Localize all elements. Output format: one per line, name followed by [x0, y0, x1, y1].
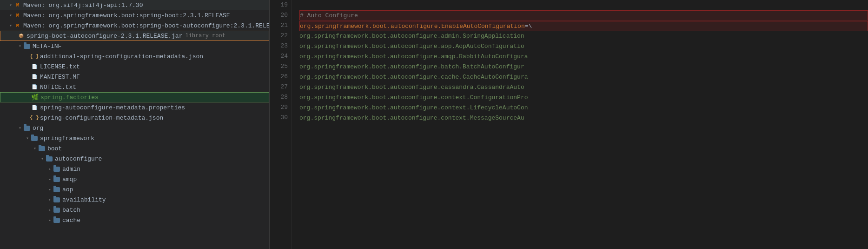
tree-item-jar-root[interactable]: 📦 spring-boot-autoconfigure-2.3.1.RELEAS…	[0, 31, 269, 41]
txt-file-icon: 📄	[31, 83, 38, 91]
code-line-19	[299, 0, 868, 10]
folder-icon	[23, 42, 31, 50]
tree-item-springframework[interactable]: springframework	[0, 133, 269, 143]
tree-item-spring-factories[interactable]: 🌿 spring.factories	[0, 92, 269, 102]
code-line-30: org.springframework.boot.autoconfigure.c…	[299, 113, 868, 123]
tree-item-autoconfigure[interactable]: autoconfigure	[0, 154, 269, 164]
line-num-20: 20	[270, 10, 292, 20]
tree-item-manifest[interactable]: 📄 MANIFEST.MF	[0, 72, 269, 82]
arrow-icon	[46, 166, 53, 172]
json-file-icon: { }	[31, 53, 38, 60]
tree-label: META-INF	[33, 43, 61, 50]
arrow-icon	[46, 186, 53, 193]
folder-icon	[53, 186, 60, 193]
tree-item-notice[interactable]: 📄 NOTICE.txt	[0, 82, 269, 92]
tree-item-amqp[interactable]: amqp	[0, 174, 269, 184]
folder-icon	[46, 155, 53, 162]
code-line-20: # Auto Configure	[299, 10, 868, 20]
tree-item-org[interactable]: org	[0, 123, 269, 133]
tree-item-additional-spring[interactable]: { } additional-spring-configuration-meta…	[0, 51, 269, 61]
code-value-24: org.springframework.boot.autoconfigure.a…	[299, 53, 528, 60]
tree-label: availability	[62, 196, 106, 203]
folder-icon	[23, 124, 31, 132]
arrow-icon	[39, 155, 46, 162]
tree-label: org	[33, 125, 43, 132]
tree-item-batch[interactable]: batch	[0, 205, 269, 215]
code-lines: # Auto Configure org.springframework.boo…	[292, 0, 868, 249]
folder-icon	[53, 175, 60, 183]
line-num-23: 23	[270, 41, 292, 51]
code-line-25: org.springframework.boot.autoconfigure.b…	[299, 62, 868, 72]
tree-item-maven-autoconfigure[interactable]: M Maven: org.springframework.boot:spring…	[0, 20, 269, 31]
tree-item-spring-autoconfigure-metadata[interactable]: 📄 spring-autoconfigure-metadata.properti…	[0, 102, 269, 113]
tree-label: admin	[62, 166, 80, 173]
enable-auto-config-key: org.springframework.boot.autoconfigure.E…	[300, 23, 525, 30]
arrow-icon	[46, 176, 53, 182]
code-value-29: org.springframework.boot.autoconfigure.c…	[299, 104, 528, 111]
comment-hash: #	[300, 12, 307, 19]
tree-item-cache[interactable]: cache	[0, 215, 269, 225]
line-num-21: 21	[270, 20, 292, 31]
tree-item-aop[interactable]: aop	[0, 184, 269, 195]
library-root-badge: library root	[185, 33, 225, 39]
folder-icon	[38, 145, 46, 152]
code-value-27: org.springframework.boot.autoconfigure.c…	[299, 84, 524, 91]
code-line-23: org.springframework.boot.autoconfigure.a…	[299, 41, 868, 52]
tree-label: boot	[47, 145, 62, 152]
code-value-28: org.springframework.boot.autoconfigure.c…	[299, 94, 528, 101]
tree-item-boot[interactable]: boot	[0, 143, 269, 154]
arrow-icon	[17, 125, 23, 131]
tree-item-maven-spring-boot[interactable]: M Maven: org.springframework.boot:spring…	[0, 10, 269, 20]
code-line-21: org.springframework.boot.autoconfigure.E…	[299, 21, 868, 31]
line-num-28: 28	[270, 92, 292, 102]
line-num-22: 22	[270, 31, 292, 41]
tree-item-admin[interactable]: admin	[0, 164, 269, 174]
arrow-icon	[7, 12, 14, 19]
arrow-icon	[46, 207, 53, 213]
maven-icon: M	[14, 22, 21, 29]
arrow-icon	[24, 135, 31, 141]
tree-label: aop	[62, 186, 73, 193]
tree-label: LICENSE.txt	[40, 63, 80, 70]
arrow-icon	[17, 43, 23, 49]
tree-item-availability[interactable]: availability	[0, 195, 269, 205]
folder-icon	[53, 196, 60, 203]
tree-label: cache	[62, 217, 80, 224]
tree-label: Maven: org.sif4j:sif4j-api:1.7.30	[23, 2, 143, 9]
file-tree: M Maven: org.sif4j:sif4j-api:1.7.30 M Ma…	[0, 0, 270, 249]
tree-label: spring.factories	[40, 94, 99, 101]
line-numbers: 19 20 21 22 23 24 25 26 27 28 29 30	[270, 0, 292, 249]
equals-sign: =\	[525, 23, 532, 30]
tree-item-spring-config-metadata[interactable]: { } spring-configuration-metadata.json	[0, 113, 269, 123]
folder-icon	[53, 165, 60, 173]
tree-label: batch	[62, 207, 80, 214]
tree-label: NOTICE.txt	[40, 84, 76, 91]
code-value-22: org.springframework.boot.autoconfigure.a…	[299, 33, 524, 40]
properties-file-icon: 📄	[31, 104, 38, 111]
code-value-26: org.springframework.boot.autoconfigure.c…	[299, 74, 528, 81]
json-file-icon: { }	[31, 114, 38, 121]
line-num-29: 29	[270, 102, 292, 113]
mf-file-icon: 📄	[31, 73, 38, 81]
code-line-22: org.springframework.boot.autoconfigure.a…	[299, 31, 868, 41]
arrow-icon	[46, 217, 53, 223]
arrow-icon	[46, 196, 53, 203]
tree-label: Maven: org.springframework.boot:spring-b…	[23, 22, 270, 29]
line-num-26: 26	[270, 72, 292, 82]
comment-text: Auto Configure	[307, 12, 358, 19]
tree-label: spring-autoconfigure-metadata.properties	[40, 104, 185, 111]
code-editor: 19 20 21 22 23 24 25 26 27 28 29 30 # Au…	[270, 0, 868, 249]
tree-item-meta-inf[interactable]: META-INF	[0, 41, 269, 51]
tree-label: autoconfigure	[55, 155, 102, 162]
code-value-23: org.springframework.boot.autoconfigure.a…	[299, 43, 524, 50]
folder-icon	[53, 206, 60, 214]
maven-icon: M	[14, 1, 21, 9]
code-line-24: org.springframework.boot.autoconfigure.a…	[299, 52, 868, 62]
arrow-icon	[7, 22, 14, 29]
code-line-26: org.springframework.boot.autoconfigure.c…	[299, 72, 868, 82]
tree-item-maven-sif4j[interactable]: M Maven: org.sif4j:sif4j-api:1.7.30	[0, 0, 269, 10]
line-num-24: 24	[270, 51, 292, 61]
tree-label: amqp	[62, 176, 77, 183]
tree-item-license[interactable]: 📄 LICENSE.txt	[0, 61, 269, 72]
tree-label: spring-boot-autoconfigure-2.3.1.RELEASE.…	[27, 33, 182, 40]
